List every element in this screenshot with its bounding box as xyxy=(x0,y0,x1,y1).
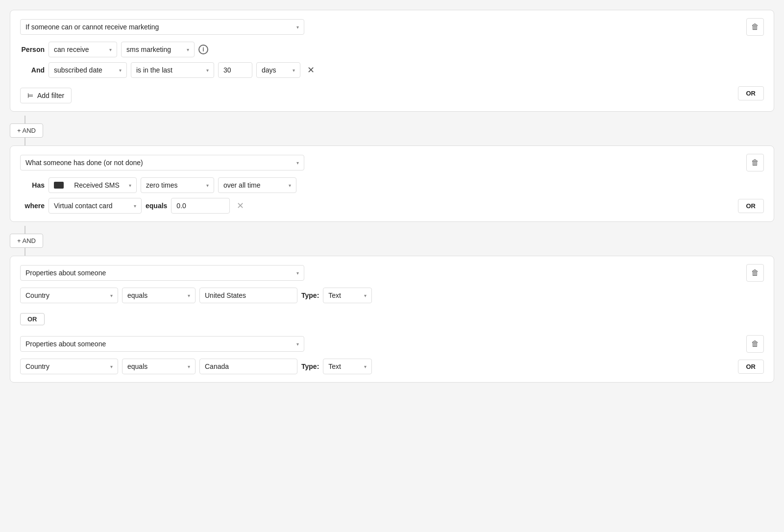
main-selector-2[interactable]: What someone has done (or not done) ▾ xyxy=(20,155,304,170)
sms-marketing-chevron: ▾ xyxy=(187,47,189,52)
main-selector-1-label: If someone can or cannot receive marketi… xyxy=(25,23,159,31)
type-label-1: Type: xyxy=(301,291,319,299)
or-btn-3-label: OR xyxy=(746,363,756,370)
main-selector-3b[interactable]: Properties about someone ▾ xyxy=(20,336,304,352)
card-3-header-1: Properties about someone ▾ 🗑 xyxy=(20,264,764,282)
subscribed-date-label: subscribed date xyxy=(54,66,102,74)
is-in-the-last-selector[interactable]: is in the last ▾ xyxy=(131,62,214,78)
close-icon-and: ✕ xyxy=(307,65,315,75)
received-sms-chevron: ▾ xyxy=(129,183,131,188)
trash-icon-3b: 🗑 xyxy=(751,339,759,348)
equals-value-input[interactable] xyxy=(171,198,230,214)
subscribed-date-selector[interactable]: subscribed date ▾ xyxy=(49,62,127,78)
where-inner: where Virtual contact card ▾ equals ✕ xyxy=(20,198,247,214)
country-2-label: Country xyxy=(25,363,49,370)
country-row-2: Country ▾ equals ▾ Type: Text ▾ OR xyxy=(20,359,764,374)
main-selector-1-chevron: ▾ xyxy=(296,24,299,30)
country-selector-2[interactable]: Country ▾ xyxy=(20,359,118,374)
over-all-time-label: over all time xyxy=(223,181,260,189)
or-section-label: OR xyxy=(20,313,45,325)
country-2-chevron: ▾ xyxy=(110,364,113,369)
or-section-container: OR xyxy=(20,308,764,330)
or-label-2: OR xyxy=(746,202,756,210)
type-value-2: Text xyxy=(328,363,341,370)
main-selector-3b-chevron: ▾ xyxy=(296,341,299,347)
type-1-chevron: ▾ xyxy=(364,293,367,298)
days-value-input[interactable] xyxy=(218,62,252,78)
delete-btn-3b[interactable]: 🗑 xyxy=(746,335,764,353)
card-1-header: If someone can or cannot receive marketi… xyxy=(20,18,764,36)
add-filter-label: Add filter xyxy=(37,92,64,99)
main-selector-3a-label: Properties about someone xyxy=(25,269,106,277)
over-all-time-chevron: ▾ xyxy=(289,183,291,188)
main-selector-3b-label: Properties about someone xyxy=(25,340,106,348)
info-icon[interactable]: i xyxy=(198,45,208,54)
connector-line-1 xyxy=(24,116,25,123)
connector-line-3 xyxy=(24,226,25,234)
and-btn-1[interactable]: + AND xyxy=(10,123,43,138)
main-selector-2-label: What someone has done (or not done) xyxy=(25,159,143,167)
country-row-1: Country ▾ equals ▾ Type: Text ▾ xyxy=(20,288,764,303)
can-receive-selector[interactable]: can receive ▾ xyxy=(49,42,117,57)
person-label: Person xyxy=(20,46,45,53)
or-btn-2[interactable]: OR xyxy=(738,199,764,213)
over-all-time-selector[interactable]: over all time ▾ xyxy=(218,177,296,193)
main-selector-3a[interactable]: Properties about someone ▾ xyxy=(20,265,304,281)
sms-marketing-selector[interactable]: sms marketing ▾ xyxy=(121,42,195,57)
or-btn-1[interactable]: OR xyxy=(738,86,764,100)
received-sms-selector[interactable]: Received SMS ▾ xyxy=(49,177,137,193)
equals-selector-2[interactable]: equals ▾ xyxy=(122,359,196,374)
and-btn-1-label: + AND xyxy=(17,127,36,134)
zero-times-chevron: ▾ xyxy=(206,183,209,188)
type-selector-1[interactable]: Text ▾ xyxy=(323,288,372,303)
country-1-chevron: ▾ xyxy=(110,293,113,298)
country-1-label: Country xyxy=(25,291,49,299)
remove-where-btn[interactable]: ✕ xyxy=(234,199,247,212)
type-selector-2[interactable]: Text ▾ xyxy=(323,359,372,374)
trash-icon-3a: 🗑 xyxy=(751,268,759,277)
and-label: And xyxy=(20,66,45,74)
and-btn-2[interactable]: + AND xyxy=(10,234,43,248)
and-connector-1: + AND xyxy=(10,116,774,145)
equals-2-chevron: ▾ xyxy=(188,364,190,369)
close-icon-where: ✕ xyxy=(237,201,244,211)
sms-marketing-label: sms marketing xyxy=(126,46,171,53)
can-receive-chevron: ▾ xyxy=(109,47,112,52)
and-row: And subscribed date ▾ is in the last ▾ d… xyxy=(20,62,764,78)
or-label-1: OR xyxy=(746,90,756,97)
equals-label-2: equals xyxy=(146,202,167,210)
or-btn-3[interactable]: OR xyxy=(738,360,764,374)
where-row: where Virtual contact card ▾ equals ✕ OR xyxy=(20,198,764,214)
filter-card-1: If someone can or cannot receive marketi… xyxy=(10,10,774,112)
equals-1-label: equals xyxy=(127,291,147,299)
is-in-the-last-chevron: ▾ xyxy=(206,68,209,73)
where-label: where xyxy=(20,202,45,210)
has-label: Has xyxy=(20,181,45,189)
is-in-the-last-label: is in the last xyxy=(136,66,172,74)
and-btn-2-label: + AND xyxy=(17,237,36,244)
virtual-contact-card-selector[interactable]: Virtual contact card ▾ xyxy=(49,198,142,214)
country-value-input-2[interactable] xyxy=(199,359,297,374)
zero-times-selector[interactable]: zero times ▾ xyxy=(141,177,214,193)
subscribed-date-chevron: ▾ xyxy=(119,68,122,73)
sms-black-icon xyxy=(54,182,64,189)
country-selector-1[interactable]: Country ▾ xyxy=(20,288,118,303)
main-selector-1[interactable]: If someone can or cannot receive marketi… xyxy=(20,19,304,35)
zero-times-label: zero times xyxy=(146,181,178,189)
remove-and-condition-btn[interactable]: ✕ xyxy=(304,64,318,76)
delete-btn-3a[interactable]: 🗑 xyxy=(746,264,764,282)
equals-selector-1[interactable]: equals ▾ xyxy=(122,288,196,303)
card-3-header-2: Properties about someone ▾ 🗑 xyxy=(20,335,764,353)
add-filter-btn-1[interactable]: ⊨ Add filter xyxy=(20,88,72,103)
days-unit-selector[interactable]: days ▾ xyxy=(256,62,300,78)
delete-btn-2[interactable]: 🗑 xyxy=(746,154,764,171)
trash-icon-1: 🗑 xyxy=(751,23,759,31)
country-value-input-1[interactable] xyxy=(199,288,297,303)
country-row-2-inner: Country ▾ equals ▾ Type: Text ▾ xyxy=(20,359,372,374)
type-value-1: Text xyxy=(328,291,341,299)
equals-2-label: equals xyxy=(127,363,147,370)
delete-btn-1[interactable]: 🗑 xyxy=(746,18,764,36)
has-row: Has Received SMS ▾ zero times ▾ over all… xyxy=(20,177,764,193)
filter-card-3: Properties about someone ▾ 🗑 Country ▾ e… xyxy=(10,256,774,383)
and-connector-2: + AND xyxy=(10,226,774,256)
